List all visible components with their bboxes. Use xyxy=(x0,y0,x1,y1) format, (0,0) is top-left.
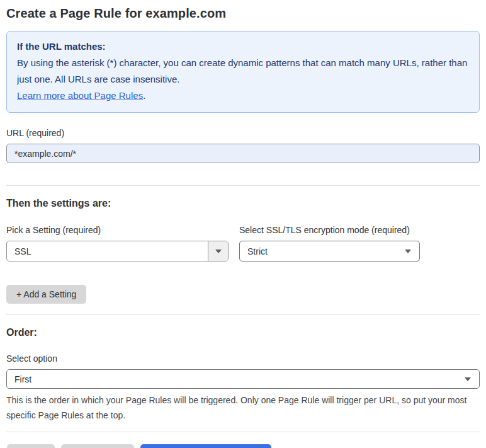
create-page-rule-form: Create a Page Rule for example.com If th… xyxy=(0,0,486,448)
save-deploy-button[interactable]: Save and Deploy Page Rule xyxy=(140,444,271,448)
order-help-text: This is the order in which your Page Rul… xyxy=(6,393,480,423)
info-box-body: By using the asterisk (*) character, you… xyxy=(17,55,469,88)
info-box-heading: If the URL matches: xyxy=(17,38,469,55)
learn-more-link[interactable]: Learn more about Page Rules xyxy=(17,90,143,101)
url-match-info-box: If the URL matches: By using the asteris… xyxy=(6,31,480,113)
divider xyxy=(6,185,480,186)
order-select-value: First xyxy=(7,374,465,384)
order-select[interactable]: First xyxy=(6,369,480,389)
link-suffix: . xyxy=(143,90,145,101)
ssl-mode-select[interactable]: Strict xyxy=(239,241,420,261)
ssl-mode-label: Select SSL/TLS encryption mode (required… xyxy=(239,225,420,235)
settings-row: Pick a Setting (required) SSL Select SSL… xyxy=(6,225,480,261)
settings-section-heading: Then the settings are: xyxy=(6,198,480,209)
chevron-down-icon xyxy=(465,377,479,381)
setting-picker-label: Pick a Setting (required) xyxy=(6,225,229,235)
url-input[interactable] xyxy=(6,144,480,163)
page-title: Create a Page Rule for example.com xyxy=(6,6,480,21)
chevron-down-icon xyxy=(208,241,228,261)
divider xyxy=(6,314,480,315)
order-select-label: Select option xyxy=(6,353,480,364)
setting-select[interactable]: SSL xyxy=(6,241,229,261)
divider xyxy=(6,432,480,432)
order-section-heading: Order: xyxy=(6,327,480,338)
info-box-link-row: Learn more about Page Rules. xyxy=(17,88,469,104)
setting-picker-field: Pick a Setting (required) SSL xyxy=(6,225,229,261)
cancel-button[interactable]: Cancel xyxy=(7,444,55,448)
footer-actions: Cancel Save as Draft Save and Deploy Pag… xyxy=(6,444,480,448)
url-label: URL (required) xyxy=(6,128,480,138)
chevron-down-icon xyxy=(405,250,419,253)
ssl-mode-field: Select SSL/TLS encryption mode (required… xyxy=(239,225,420,261)
add-setting-button[interactable]: + Add a Setting xyxy=(6,285,86,304)
save-draft-button[interactable]: Save as Draft xyxy=(61,444,135,448)
setting-select-value: SSL xyxy=(7,246,208,256)
ssl-mode-select-value: Strict xyxy=(240,246,405,256)
